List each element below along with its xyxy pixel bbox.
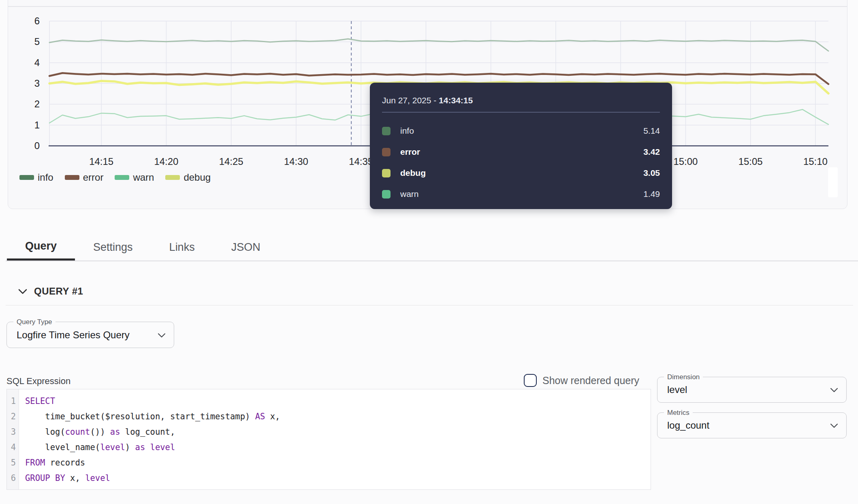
tab-json[interactable]: JSON [213, 234, 279, 261]
scrollbar-thumb[interactable] [828, 167, 838, 197]
x-tick-label: 14:30 [274, 156, 318, 167]
tabs-bottom-border [6, 261, 858, 261]
chevron-down-icon [158, 332, 166, 339]
tooltip-series-value: 1.49 [643, 189, 660, 199]
line-number: 6 [7, 470, 19, 486]
query-1-collapse-header[interactable]: QUERY #1 [18, 285, 83, 298]
tooltip-series-value: 3.05 [643, 168, 660, 178]
error-swatch-icon [65, 175, 79, 180]
warn-swatch-icon [382, 190, 391, 199]
dimension-select[interactable]: Dimension level [657, 377, 847, 403]
tooltip-timestamp: Jun 27, 2025 - 14:34:15 [382, 95, 660, 106]
y-tick-label: 1 [11, 119, 40, 131]
chart-legend: infoerrorwarndebug [19, 172, 211, 183]
y-tick-label: 2 [11, 98, 40, 110]
line-number: 1 [7, 393, 19, 409]
metrics-select[interactable]: Metrics log_count [657, 412, 847, 438]
chevron-down-icon [18, 289, 27, 294]
x-tick-label: 15:05 [728, 156, 773, 167]
legend-item-error[interactable]: error [65, 172, 104, 183]
info-swatch-icon [19, 175, 34, 180]
query-section-divider [6, 305, 853, 305]
tooltip-series-label: error [400, 147, 420, 157]
tab-settings[interactable]: Settings [75, 234, 151, 261]
y-tick-label: 3 [11, 77, 40, 90]
query-1-title: QUERY #1 [34, 286, 83, 297]
tooltip-series-value: 5.14 [643, 126, 660, 136]
code-line: SELECT [25, 393, 651, 409]
tab-query[interactable]: Query [7, 234, 75, 261]
code-gutter: 123456 [7, 389, 19, 489]
tooltip-row-info: info5.14 [382, 126, 660, 137]
debug-swatch-icon [165, 175, 180, 180]
chart-tooltip: Jun 27, 2025 - 14:34:15 info5.14error3.4… [370, 83, 672, 209]
tooltip-series-label: info [400, 126, 414, 136]
line-number: 2 [7, 409, 19, 424]
tooltip-row-debug: debug3.05 [382, 168, 660, 179]
legend-item-debug[interactable]: debug [165, 172, 211, 183]
legend-label: debug [184, 172, 211, 183]
y-tick-label: 0 [11, 140, 40, 152]
y-tick-label: 6 [11, 15, 40, 27]
metrics-select-value: log_count [667, 413, 709, 438]
code-line: log(count()) as log_count, [25, 424, 651, 440]
tooltip-series-label: debug [400, 168, 426, 178]
info-swatch-icon [382, 127, 391, 135]
x-tick-label: 14:25 [209, 156, 254, 167]
debug-swatch-icon [382, 169, 391, 177]
x-tick-label: 14:20 [144, 156, 188, 167]
tooltip-series-value: 3.42 [643, 147, 660, 157]
query-type-select-value: Logfire Time Series Query [17, 322, 130, 348]
show-rendered-query-checkbox[interactable] [524, 374, 537, 387]
warn-swatch-icon [115, 175, 129, 180]
chevron-down-icon [830, 423, 838, 430]
x-tick-label: 15:10 [793, 156, 838, 167]
code-line: level_name(level) as level [25, 440, 651, 455]
y-tick-label: 5 [11, 36, 40, 48]
legend-label: error [83, 172, 104, 183]
tab-links[interactable]: Links [151, 234, 213, 261]
dimension-select-value: level [667, 377, 687, 402]
tab-bar: QuerySettingsLinksJSON [7, 234, 279, 261]
tooltip-series-label: warn [400, 189, 419, 199]
tooltip-row-warn: warn1.49 [382, 189, 660, 200]
sql-expression-label: SQL Expression [6, 376, 70, 387]
line-number: 4 [7, 440, 19, 455]
legend-item-info[interactable]: info [19, 172, 53, 183]
code-lines: SELECT time_bucket($resolution, start_ti… [19, 389, 651, 486]
error-swatch-icon [382, 148, 391, 156]
tooltip-divider [382, 112, 660, 113]
line-number: 3 [7, 424, 19, 440]
x-tick-label: 14:15 [79, 156, 124, 167]
dashboard-panel-editor: 0123456 14:1514:2014:2514:3014:3514:4014… [0, 0, 858, 504]
sql-code-editor[interactable]: 123456 SELECT time_bucket($resolution, s… [6, 389, 651, 490]
legend-label: warn [133, 172, 154, 183]
query-type-select[interactable]: Query Type Logfire Time Series Query [6, 322, 174, 348]
chevron-down-icon [830, 387, 838, 394]
legend-item-warn[interactable]: warn [115, 172, 154, 183]
line-number: 5 [7, 455, 19, 470]
tooltip-row-error: error3.42 [382, 147, 660, 158]
y-tick-label: 4 [11, 57, 40, 69]
show-rendered-query-label: Show rendered query [542, 375, 639, 387]
show-rendered-query-toggle[interactable]: Show rendered query [524, 374, 639, 387]
code-line: FROM records [25, 455, 651, 470]
code-line: GROUP BY x, level [25, 470, 651, 486]
code-line: time_bucket($resolution, start_timestamp… [25, 409, 651, 424]
legend-label: info [38, 172, 53, 183]
